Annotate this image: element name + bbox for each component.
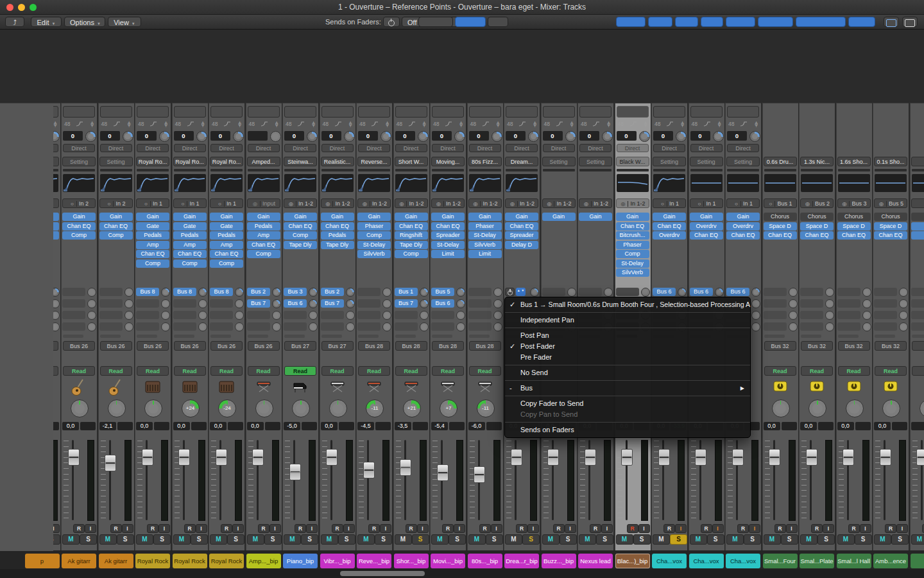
- phase-invert-icon[interactable]: ɸ: [681, 121, 684, 127]
- volume-db-value[interactable]: 0,0: [136, 422, 153, 430]
- phase-invert-icon[interactable]: ɸ: [423, 121, 426, 127]
- send-level-knob[interactable]: [198, 299, 207, 308]
- send-level-knob[interactable]: [789, 311, 798, 320]
- fx-plugin-button[interactable]: Spreader: [431, 231, 465, 240]
- automation-mode-button[interactable]: Read: [100, 366, 132, 376]
- empty-send-slot[interactable]: [616, 288, 639, 296]
- fx-plugin-button[interactable]: Gain: [173, 213, 207, 221]
- horizontal-scrollbar-thumb[interactable]: [340, 571, 425, 576]
- fx-plugin-button[interactable]: Comp: [284, 231, 317, 240]
- lowcut-slope-icon[interactable]: [482, 121, 490, 128]
- record-enable-button[interactable]: R: [258, 524, 270, 533]
- solo-button[interactable]: S: [191, 534, 208, 545]
- peak-level-value[interactable]: [191, 422, 207, 430]
- solo-button[interactable]: S: [891, 534, 909, 545]
- empty-send-slot[interactable]: [764, 322, 787, 331]
- direct-monitoring-button[interactable]: Direct: [210, 144, 243, 152]
- volume-db-value[interactable]: -2,1: [99, 422, 116, 430]
- lowcut-slope-icon[interactable]: [371, 121, 379, 128]
- track-name-tab[interactable]: Reve..._bip: [357, 554, 391, 568]
- send-slot-button[interactable]: Bus 6: [431, 299, 454, 308]
- fx-plugin-button[interactable]: Gain: [210, 213, 243, 221]
- send-level-knob[interactable]: [493, 311, 502, 320]
- fx-plugin-button[interactable]: Space D: [837, 222, 871, 231]
- input-slot[interactable]: ◎In 1-2: [357, 198, 391, 208]
- output-slot[interactable]: Bus 26: [100, 341, 132, 351]
- pan-knob[interactable]: [882, 399, 900, 417]
- empty-send-slot[interactable]: [99, 299, 123, 308]
- input-gain-knob[interactable]: [565, 131, 576, 142]
- channel-setting-button[interactable]: Black W...: [616, 157, 649, 166]
- mute-button[interactable]: M: [579, 534, 596, 545]
- track-name-tab[interactable]: Ak gitarr: [99, 554, 133, 568]
- fx-plugin-button[interactable]: Chan EQ: [210, 250, 243, 258]
- send-slot-button[interactable]: Bus 2: [247, 288, 270, 296]
- solo-button[interactable]: S: [817, 534, 835, 545]
- volume-db-value[interactable]: -5,0: [284, 422, 300, 430]
- channel-setting-button[interactable]: 80s Fizz...: [468, 157, 502, 166]
- output-slot[interactable]: Bus 28: [469, 341, 501, 351]
- filter-input[interactable]: [726, 17, 755, 27]
- menu-options[interactable]: Options▼: [64, 17, 105, 27]
- empty-send-slot[interactable]: [395, 322, 418, 331]
- send-level-knob[interactable]: [456, 299, 465, 308]
- automation-mode-button[interactable]: Read: [801, 366, 833, 376]
- input-gain-knob[interactable]: [159, 131, 170, 142]
- audio-device-slot[interactable]: [617, 106, 649, 118]
- input-slot[interactable]: ○In 1: [726, 198, 760, 208]
- send-level-knob[interactable]: [825, 288, 834, 297]
- peak-level-value[interactable]: [339, 422, 354, 430]
- send-mini-bar[interactable]: [912, 335, 924, 338]
- fx-plugin-button[interactable]: Gain: [136, 213, 169, 221]
- input-monitor-button[interactable]: I: [823, 524, 834, 533]
- track-name-tab[interactable]: Movi..._bip: [431, 554, 465, 568]
- phase-invert-icon[interactable]: ɸ: [386, 121, 389, 127]
- send-mini-bar[interactable]: [248, 335, 268, 338]
- solo-button[interactable]: S: [486, 534, 503, 545]
- volume-fader[interactable]: [474, 466, 485, 483]
- phantom-48-label[interactable]: 48: [470, 121, 476, 127]
- send-level-knob[interactable]: [567, 288, 576, 297]
- track-name-tab[interactable]: Shor..._bip: [394, 554, 429, 568]
- send-level-knob[interactable]: [420, 311, 429, 320]
- input-slot[interactable]: ◎Bus 3: [837, 198, 871, 208]
- output-slot[interactable]: Bus 26: [210, 341, 243, 351]
- eq-thumbnail[interactable]: [63, 174, 95, 192]
- mute-button[interactable]: M: [726, 534, 744, 545]
- send-level-knob[interactable]: [715, 288, 724, 297]
- fx-plugin-button[interactable]: Amp: [173, 241, 207, 249]
- solo-button[interactable]: S: [412, 534, 429, 545]
- fx-plugin-button[interactable]: Pedals: [210, 231, 243, 240]
- menu-item[interactable]: Pre Fader: [505, 352, 750, 363]
- direct-monitoring-button[interactable]: Direct: [653, 144, 685, 152]
- solo-button[interactable]: S: [153, 534, 171, 545]
- eq-thumbnail[interactable]: [838, 174, 870, 192]
- pan-knob[interactable]: [255, 399, 273, 417]
- audio-device-slot[interactable]: [395, 106, 427, 118]
- phantom-48-label[interactable]: 48: [101, 121, 107, 127]
- input-slot[interactable]: ○In 1: [136, 198, 169, 208]
- phase-invert-icon[interactable]: ɸ: [533, 121, 536, 127]
- pan-knob[interactable]: -24: [218, 399, 236, 417]
- send-level-knob[interactable]: [87, 311, 96, 320]
- pan-knob[interactable]: -11: [477, 399, 495, 417]
- empty-send-slot[interactable]: [210, 322, 233, 331]
- send-destination-stepper[interactable]: ▲ ▼: [516, 288, 526, 296]
- channel-setting-button[interactable]: 1.6s Sho...: [837, 157, 871, 166]
- send-level-knob[interactable]: [456, 322, 465, 331]
- input-slot[interactable]: ○: [911, 198, 924, 208]
- empty-send-slot[interactable]: [284, 311, 307, 319]
- phase-invert-icon[interactable]: ɸ: [312, 121, 315, 127]
- send-mini-bar[interactable]: [469, 335, 490, 338]
- record-enable-button[interactable]: R: [110, 524, 122, 533]
- fx-plugin-button[interactable]: Space D: [764, 222, 797, 231]
- send-level-knob[interactable]: [124, 288, 133, 297]
- peak-level-value[interactable]: [265, 422, 280, 430]
- input-slot[interactable]: ○In 1: [690, 198, 723, 208]
- send-level-knob[interactable]: [235, 288, 244, 297]
- fx-plugin-button[interactable]: St-Delay: [431, 241, 465, 249]
- fx-plugin-button[interactable]: Chan EQ: [505, 222, 538, 231]
- empty-send-slot[interactable]: [99, 311, 123, 319]
- empty-send-slot[interactable]: [874, 311, 897, 319]
- volume-db-value[interactable]: 0,0: [321, 422, 338, 430]
